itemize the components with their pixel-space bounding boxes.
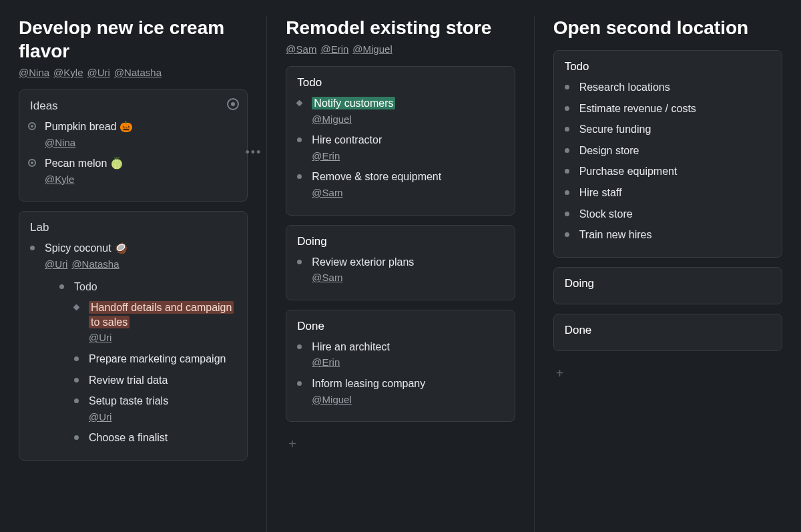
mention[interactable]: @Nina — [45, 137, 75, 148]
card-item-list: Notify customers@MiguelHire contractor@E… — [297, 96, 503, 200]
card-title[interactable]: Todo — [565, 60, 771, 73]
sub-item-list: Handoff details and campaign to sales@Ur… — [74, 300, 236, 445]
card[interactable]: TodoResearch locationsEstimate revenue /… — [553, 50, 782, 258]
mention[interactable]: @Miguel — [312, 394, 351, 405]
mention[interactable]: @Erin — [312, 150, 340, 162]
mention[interactable]: @Uri — [87, 67, 110, 78]
sub-group: TodoHandoff details and campaign to sale… — [59, 280, 236, 445]
mention[interactable]: @Erin — [312, 356, 340, 368]
dot-bullet-icon — [565, 106, 569, 111]
mention[interactable]: @Miguel — [352, 43, 392, 55]
card-title[interactable]: Done — [565, 324, 771, 337]
item-mentions: @Erin — [312, 355, 503, 370]
list-item[interactable]: Hire an architect@Erin — [297, 340, 503, 370]
board-column: Open second locationTodoResearch locatio… — [535, 16, 801, 532]
list-item[interactable]: Pumpkin bread 🎃@Nina — [30, 119, 236, 150]
card[interactable]: Doing — [553, 267, 782, 304]
list-item[interactable]: Notify customers@Miguel — [297, 96, 503, 126]
list-item[interactable]: Handoff details and campaign to sales@Ur… — [74, 300, 236, 345]
dot-bullet-icon — [565, 169, 569, 174]
card-title[interactable]: Done — [297, 320, 503, 333]
list-item[interactable]: Research locations — [565, 80, 771, 95]
card-title[interactable]: Ideas — [30, 99, 236, 113]
item-text: Purchase equipment — [579, 166, 678, 177]
item-text: Remove & store equipment — [312, 171, 441, 182]
mention[interactable]: @Natasha — [114, 67, 162, 78]
diamond-bullet-icon — [73, 304, 80, 311]
item-text: Hire contractor — [312, 134, 382, 146]
item-mentions: @Uri@Natasha — [45, 257, 236, 272]
item-mentions: @Sam — [312, 270, 503, 285]
mention[interactable]: @Kyle — [45, 174, 74, 185]
mention[interactable]: @Kyle — [53, 67, 83, 78]
column-title[interactable]: Open second location — [553, 16, 782, 39]
item-text: Pecan melon 🍈 — [45, 158, 123, 169]
card-title[interactable]: Doing — [565, 277, 771, 290]
item-text: Inform leasing company — [312, 378, 425, 389]
add-card-button[interactable]: + — [286, 431, 299, 457]
list-item[interactable]: Inform leasing company@Miguel — [297, 376, 503, 407]
dot-bullet-icon — [565, 127, 569, 131]
dot-bullet-icon — [565, 190, 569, 195]
dot-bullet-icon — [74, 398, 79, 403]
card[interactable]: DoingReview exterior plans@Sam — [286, 225, 515, 300]
card-title[interactable]: Lab — [30, 221, 236, 234]
list-item[interactable]: Design store — [565, 144, 771, 158]
card-item-list: Review exterior plans@Sam — [297, 255, 503, 285]
list-item[interactable]: Stock store — [565, 207, 771, 222]
mention[interactable]: @Uri — [89, 411, 111, 423]
radio-icon[interactable] — [227, 98, 239, 110]
mention[interactable]: @Sam — [312, 272, 342, 283]
mention[interactable]: @Uri — [89, 332, 111, 343]
mention[interactable]: @Sam — [286, 43, 316, 55]
dot-bullet-icon — [565, 148, 569, 153]
list-item[interactable]: Purchase equipment — [565, 164, 771, 179]
dot-bullet-icon — [297, 138, 302, 142]
list-item[interactable]: Secure funding — [565, 122, 771, 137]
list-item[interactable]: Estimate revenue / costs — [565, 101, 771, 116]
column-assignees: @Nina@Kyle@Uri@Natasha — [19, 67, 248, 79]
card[interactable]: •••IdeasPumpkin bread 🎃@NinaPecan melon … — [19, 89, 248, 202]
list-item[interactable]: Review exterior plans@Sam — [297, 255, 503, 285]
overflow-menu-icon[interactable]: ••• — [245, 146, 262, 160]
item-text: Train new hires — [579, 229, 652, 240]
list-item[interactable]: Remove & store equipment@Sam — [297, 170, 503, 200]
item-mentions: @Uri — [89, 330, 236, 345]
column-title[interactable]: Remodel existing store — [286, 16, 515, 39]
card[interactable]: LabSpicy coconut 🥥@Uri@NatashaTodoHandof… — [19, 211, 248, 461]
item-text: Prepare marketing campaign — [89, 353, 226, 364]
mention[interactable]: @Erin — [320, 43, 348, 55]
item-text: Review trial data — [89, 374, 168, 386]
item-text: Design store — [579, 145, 639, 156]
item-text: Estimate revenue / costs — [579, 103, 696, 114]
list-item[interactable]: Hire staff — [565, 186, 771, 200]
item-text: Hire staff — [579, 187, 622, 198]
list-item[interactable]: Choose a finalist — [74, 431, 236, 445]
card[interactable]: Done — [553, 314, 782, 351]
list-item[interactable]: Setup taste trials@Uri — [74, 394, 236, 424]
dot-bullet-icon — [74, 356, 79, 361]
mention[interactable]: @Natasha — [71, 258, 119, 270]
card-title[interactable]: Doing — [297, 235, 503, 248]
list-item[interactable]: Train new hires — [565, 228, 771, 242]
item-text: Setup taste trials — [89, 395, 168, 407]
mention[interactable]: @Sam — [312, 187, 342, 198]
list-item[interactable]: Hire contractor@Erin — [297, 133, 503, 163]
dot-bullet-icon — [297, 344, 302, 349]
card[interactable]: TodoNotify customers@MiguelHire contract… — [286, 66, 515, 216]
list-item[interactable]: Prepare marketing campaign — [74, 352, 236, 366]
list-item[interactable]: Review trial data — [74, 373, 236, 388]
sub-group-title[interactable]: Todo — [59, 280, 236, 294]
diamond-bullet-icon — [296, 100, 303, 107]
mention[interactable]: @Miguel — [312, 113, 351, 125]
mention[interactable]: @Uri — [45, 258, 67, 270]
card-item-list: Pumpkin bread 🎃@NinaPecan melon 🍈@Kyle — [30, 119, 236, 186]
card[interactable]: DoneHire an architect@ErinInform leasing… — [286, 310, 515, 422]
mention[interactable]: @Nina — [19, 67, 49, 78]
list-item[interactable]: Spicy coconut 🥥@Uri@NatashaTodoHandoff d… — [30, 241, 236, 445]
add-card-button[interactable]: + — [553, 360, 567, 386]
card-title[interactable]: Todo — [297, 76, 503, 89]
column-title[interactable]: Develop new ice cream flavor — [19, 16, 248, 63]
board-column: Remodel existing store@Sam@Erin@MiguelTo… — [267, 16, 534, 532]
list-item[interactable]: Pecan melon 🍈@Kyle — [30, 156, 236, 186]
